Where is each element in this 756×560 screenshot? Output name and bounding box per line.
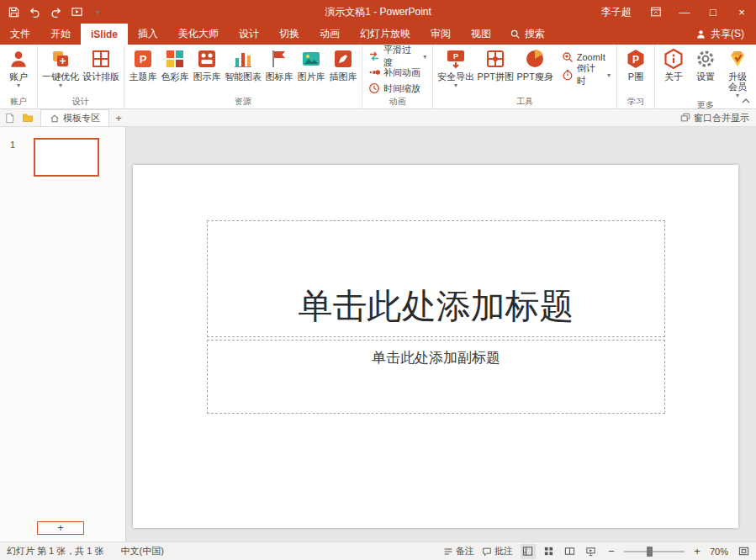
share-button[interactable]: 共享(S) [684, 24, 756, 45]
slide-number: 1 [10, 140, 15, 150]
tab-meihua-dashi[interactable]: 美化大师 [168, 24, 229, 45]
tab-slideshow[interactable]: 幻灯片放映 [350, 24, 420, 45]
ppt-slim-button[interactable]: PPT瘦身 [515, 46, 555, 82]
zoom-slider-thumb[interactable] [647, 547, 653, 557]
ppt-puzzle-button[interactable]: PPT拼图 [476, 46, 515, 82]
group-label-tools: 工具 [516, 96, 533, 108]
pie-chart-icon [524, 48, 546, 70]
tab-design[interactable]: 设计 [229, 24, 269, 45]
picture-icon [300, 48, 322, 70]
user-name[interactable]: 李子超 [601, 5, 632, 19]
notes-button[interactable]: 备注 [443, 545, 474, 557]
template-zone-label: 模板专区 [63, 112, 100, 124]
zoom-in-button[interactable]: + [692, 545, 702, 557]
slide-canvas: 单击此处添加标题 单击此处添加副标题 [126, 127, 756, 542]
minimize-button[interactable]: — [670, 0, 699, 24]
new-document-button[interactable] [0, 109, 19, 126]
theme-library-button[interactable]: P 主题库 [127, 46, 159, 82]
group-label-design: 设计 [72, 96, 89, 108]
merge-windows-toggle[interactable]: 窗口合并显示 [680, 112, 756, 124]
reading-view-button[interactable] [563, 544, 578, 559]
slide-sorter-view-button[interactable] [542, 544, 557, 559]
notes-label: 备注 [456, 545, 474, 557]
home-icon [50, 114, 60, 124]
chevron-down-icon: ▾ [423, 53, 426, 61]
slide[interactable]: 单击此处添加标题 单击此处添加副标题 [133, 165, 738, 528]
save-button[interactable] [3, 0, 24, 24]
zoom-level[interactable]: 70% [710, 547, 728, 557]
notes-icon [443, 547, 453, 557]
ppt-slim-label: PPT瘦身 [517, 71, 553, 82]
comments-button[interactable]: 批注 [482, 545, 513, 557]
tab-insert[interactable]: 插入 [128, 24, 168, 45]
chevron-down-icon: ▾ [96, 9, 100, 16]
redo-button[interactable] [45, 0, 66, 24]
share-person-icon [695, 29, 706, 40]
title-placeholder[interactable]: 单击此处添加标题 [207, 220, 665, 337]
p-circle-button[interactable]: P P圈 [620, 46, 652, 82]
start-slideshow-button[interactable] [66, 0, 87, 24]
subtitle-placeholder[interactable]: 单击此处添加副标题 [207, 340, 665, 414]
close-button[interactable]: × [727, 0, 756, 24]
diamond-icon [727, 48, 748, 70]
tab-file[interactable]: 文件 [0, 24, 40, 45]
countdown-label: 倒计时 [577, 62, 604, 87]
countdown-button[interactable]: 倒计时 ▾ [558, 67, 614, 82]
tab-template-zone[interactable]: 模板专区 [40, 109, 109, 126]
zoom-out-button[interactable]: − [606, 545, 616, 557]
tab-review[interactable]: 审阅 [420, 24, 461, 45]
window-title: 演示文稿1 - PowerPoint [325, 5, 431, 19]
illustration-library-button[interactable]: 插图库 [327, 46, 359, 82]
ribbon-group-learning: P P圈 学习 [617, 45, 655, 108]
comment-bubble-icon [482, 547, 492, 557]
zoom-slider[interactable] [624, 551, 685, 552]
open-folder-button[interactable] [19, 109, 37, 126]
safe-export-button[interactable]: P 安全导出 ▾ [436, 46, 476, 89]
smooth-transition-button[interactable]: 平滑过渡 ▾ [365, 49, 430, 64]
folder-icon [22, 112, 34, 124]
slide-thumbnail[interactable] [34, 138, 99, 177]
slideshow-view-button[interactable] [584, 544, 599, 559]
save-icon [8, 6, 20, 18]
projector-screen-icon [585, 546, 596, 557]
ribbon-display-options-button[interactable] [642, 0, 670, 24]
smart-chart-button[interactable]: 智能图表 [223, 46, 263, 82]
design-layout-button[interactable]: 设计排版 [81, 46, 121, 82]
about-button[interactable]: 关于 [658, 46, 690, 82]
language-indicator[interactable]: 中文(中国) [121, 545, 164, 557]
new-tab-button[interactable]: + [109, 112, 128, 124]
theme-library-icon: P [132, 48, 154, 70]
ribbon-group-account: 账户 ▾ 账户 [0, 45, 38, 108]
tab-home[interactable]: 开始 [40, 24, 81, 45]
settings-button[interactable]: 设置 [690, 46, 722, 82]
diagram-library-icon [196, 48, 218, 70]
ribbon: 账户 ▾ 账户 一键优化 ▾ 设计排版 设计 P 主题库 [0, 45, 756, 109]
tween-animation-label: 补间动画 [383, 66, 420, 79]
tween-animation-button[interactable]: 补间动画 [365, 65, 424, 80]
account-button[interactable]: 账户 ▾ [3, 46, 34, 89]
timeline-zoom-button[interactable]: 时间缩放 [365, 81, 424, 96]
tab-animations[interactable]: 动画 [309, 24, 350, 45]
undo-button[interactable] [24, 0, 45, 24]
timer-icon [562, 69, 574, 81]
tab-view[interactable]: 视图 [461, 24, 501, 45]
icon-library-button[interactable]: 图标库 [263, 46, 295, 82]
add-slide-button[interactable]: + [37, 521, 84, 535]
upgrade-member-button[interactable]: 升级会员 ▾ [722, 46, 753, 99]
p-circle-label: P圈 [628, 71, 643, 82]
color-library-button[interactable]: 色彩库 [159, 46, 191, 82]
tab-islide[interactable]: iSlide [81, 24, 128, 45]
normal-view-button[interactable] [521, 544, 536, 559]
tab-transitions[interactable]: 切换 [269, 24, 309, 45]
collapse-ribbon-button[interactable] [740, 97, 752, 105]
search-button[interactable]: 搜索 [501, 24, 553, 45]
group-label-animation: 动画 [389, 96, 406, 108]
qat-customize-button[interactable]: ▾ [87, 0, 108, 24]
maximize-button[interactable]: □ [699, 0, 727, 24]
fit-to-window-button[interactable] [736, 544, 751, 559]
diagram-library-button[interactable]: 图示库 [191, 46, 223, 82]
one-click-optimize-button[interactable]: 一键优化 ▾ [40, 46, 81, 89]
picture-library-button[interactable]: 图片库 [295, 46, 327, 82]
merge-windows-label: 窗口合并显示 [694, 112, 749, 124]
slide-info[interactable]: 幻灯片 第 1 张，共 1 张 [7, 545, 104, 557]
